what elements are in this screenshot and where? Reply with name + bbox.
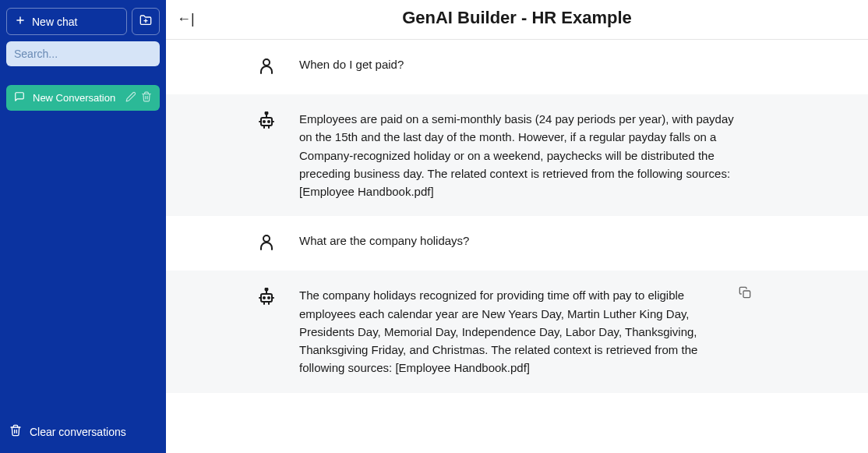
user-icon: [257, 233, 276, 255]
message-row-bot: Employees are paid on a semi-monthly bas…: [166, 94, 868, 216]
search-input[interactable]: [6, 41, 160, 66]
bot-avatar: [256, 286, 277, 310]
copy-button[interactable]: [739, 286, 751, 302]
robot-icon: [257, 111, 276, 133]
main-area: ←| GenAI Builder - HR Example When do I …: [166, 0, 868, 453]
conversation-title: New Conversation: [33, 92, 118, 104]
clear-conversations-button[interactable]: Clear conversations: [6, 418, 160, 445]
folder-icon: [139, 14, 152, 29]
message-row-user: What are the company holidays?: [166, 216, 868, 271]
conversation-item-active[interactable]: New Conversation: [6, 85, 160, 111]
page-title: GenAI Builder - HR Example: [166, 8, 868, 28]
user-avatar: [256, 232, 277, 255]
sidebar-top: New chat: [6, 8, 160, 35]
user-icon: [257, 57, 276, 79]
chat-icon: [14, 91, 25, 104]
header: GenAI Builder - HR Example: [166, 0, 868, 40]
message-text: What are the company holidays?: [299, 232, 736, 250]
plus-icon: [15, 15, 26, 28]
message-row-bot: The company holidays recognized for prov…: [166, 271, 868, 392]
new-chat-button[interactable]: New chat: [6, 8, 127, 35]
sidebar: New chat New Conversation Clear conversa…: [0, 0, 166, 453]
copy-icon: [739, 288, 751, 301]
message-text: When do I get paid?: [299, 55, 736, 73]
trash-icon[interactable]: [141, 91, 152, 104]
svg-rect-24: [743, 291, 750, 298]
messages-container: When do I get paid? Employees are paid o…: [166, 40, 868, 453]
message-text: The company holidays recognized for prov…: [299, 286, 736, 377]
robot-icon: [257, 288, 276, 310]
trash-icon: [9, 424, 22, 439]
message-text: Employees are paid on a semi-monthly bas…: [299, 110, 736, 200]
edit-icon[interactable]: [125, 91, 136, 104]
message-row-user: When do I get paid?: [166, 40, 868, 94]
svg-point-7: [268, 121, 270, 122]
new-chat-label: New chat: [32, 16, 77, 28]
svg-point-17: [268, 297, 270, 299]
arrow-left-icon: ←|: [177, 11, 195, 27]
bot-avatar: [256, 110, 277, 133]
svg-point-4: [263, 59, 270, 65]
svg-point-16: [263, 297, 265, 299]
user-avatar: [256, 55, 277, 79]
svg-point-6: [263, 121, 265, 122]
clear-conversations-label: Clear conversations: [30, 426, 126, 438]
back-button[interactable]: ←|: [174, 8, 198, 30]
collapse-sidebar-button[interactable]: [132, 8, 160, 35]
svg-point-14: [263, 235, 270, 242]
